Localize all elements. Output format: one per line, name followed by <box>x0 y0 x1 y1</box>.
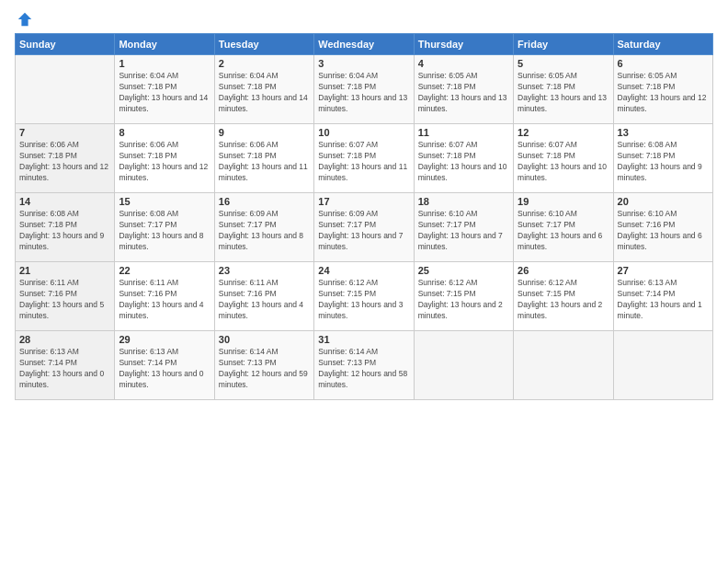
day-number: 9 <box>219 127 310 138</box>
sunset-label: Sunset: 7:18 PM <box>618 82 676 91</box>
day-number: 1 <box>119 58 210 69</box>
sunset-label: Sunset: 7:16 PM <box>219 289 277 298</box>
sunset-label: Sunset: 7:18 PM <box>19 151 77 160</box>
weekday-header-wednesday: Wednesday <box>314 34 414 55</box>
day-cell: 17 Sunrise: 6:09 AM Sunset: 7:17 PM Dayl… <box>314 193 414 262</box>
day-info: Sunrise: 6:13 AM Sunset: 7:14 PM Dayligh… <box>19 347 110 391</box>
day-number: 21 <box>19 265 110 276</box>
day-cell: 28 Sunrise: 6:13 AM Sunset: 7:14 PM Dayl… <box>16 331 115 400</box>
daylight-label: Daylight: 13 hours and 12 minutes. <box>19 162 108 182</box>
daylight-label: Daylight: 13 hours and 2 minutes. <box>518 300 602 320</box>
daylight-label: Daylight: 13 hours and 7 minutes. <box>418 231 503 251</box>
daylight-label: Daylight: 13 hours and 6 minutes. <box>518 231 602 251</box>
sunrise-label: Sunrise: 6:07 AM <box>518 140 577 149</box>
day-number: 8 <box>119 127 210 138</box>
day-number: 10 <box>318 127 409 138</box>
sunset-label: Sunset: 7:18 PM <box>618 151 676 160</box>
day-info: Sunrise: 6:06 AM Sunset: 7:18 PM Dayligh… <box>119 140 210 184</box>
day-cell: 14 Sunrise: 6:08 AM Sunset: 7:18 PM Dayl… <box>16 193 115 262</box>
day-cell: 31 Sunrise: 6:14 AM Sunset: 7:13 PM Dayl… <box>314 331 414 400</box>
daylight-label: Daylight: 13 hours and 6 minutes. <box>618 231 702 251</box>
sunset-label: Sunset: 7:17 PM <box>119 220 176 229</box>
weekday-header-tuesday: Tuesday <box>214 34 313 55</box>
sunrise-label: Sunrise: 6:05 AM <box>418 71 478 80</box>
day-info: Sunrise: 6:12 AM Sunset: 7:15 PM Dayligh… <box>518 278 609 322</box>
daylight-label: Daylight: 13 hours and 13 minutes. <box>418 93 507 113</box>
sunrise-label: Sunrise: 6:13 AM <box>119 347 178 356</box>
daylight-label: Daylight: 13 hours and 1 minute. <box>618 300 702 320</box>
sunrise-label: Sunrise: 6:12 AM <box>318 278 378 287</box>
week-row-3: 21 Sunrise: 6:11 AM Sunset: 7:16 PM Dayl… <box>16 262 713 331</box>
sunset-label: Sunset: 7:18 PM <box>418 151 476 160</box>
daylight-label: Daylight: 13 hours and 8 minutes. <box>219 231 303 251</box>
day-info: Sunrise: 6:07 AM Sunset: 7:18 PM Dayligh… <box>518 140 609 184</box>
daylight-label: Daylight: 13 hours and 4 minutes. <box>219 300 303 320</box>
sunset-label: Sunset: 7:18 PM <box>219 82 277 91</box>
sunset-label: Sunset: 7:17 PM <box>518 220 575 229</box>
sunrise-label: Sunrise: 6:11 AM <box>119 278 178 287</box>
day-cell: 22 Sunrise: 6:11 AM Sunset: 7:16 PM Dayl… <box>115 262 214 331</box>
day-number: 22 <box>119 265 210 276</box>
day-number: 12 <box>518 127 609 138</box>
day-cell: 30 Sunrise: 6:14 AM Sunset: 7:13 PM Dayl… <box>214 331 313 400</box>
day-cell: 7 Sunrise: 6:06 AM Sunset: 7:18 PM Dayli… <box>16 124 115 193</box>
day-info: Sunrise: 6:14 AM Sunset: 7:13 PM Dayligh… <box>219 347 310 391</box>
sunrise-label: Sunrise: 6:13 AM <box>19 347 79 356</box>
day-info: Sunrise: 6:09 AM Sunset: 7:17 PM Dayligh… <box>318 209 409 253</box>
daylight-label: Daylight: 13 hours and 14 minutes. <box>119 93 208 113</box>
day-cell: 23 Sunrise: 6:11 AM Sunset: 7:16 PM Dayl… <box>214 262 313 331</box>
weekday-header-row: SundayMondayTuesdayWednesdayThursdayFrid… <box>16 34 713 55</box>
day-info: Sunrise: 6:06 AM Sunset: 7:18 PM Dayligh… <box>19 140 110 184</box>
day-number: 20 <box>618 196 709 207</box>
day-cell: 4 Sunrise: 6:05 AM Sunset: 7:18 PM Dayli… <box>414 55 513 124</box>
day-info: Sunrise: 6:07 AM Sunset: 7:18 PM Dayligh… <box>318 140 409 184</box>
day-info: Sunrise: 6:04 AM Sunset: 7:18 PM Dayligh… <box>318 71 409 115</box>
day-cell: 1 Sunrise: 6:04 AM Sunset: 7:18 PM Dayli… <box>115 55 214 124</box>
sunset-label: Sunset: 7:15 PM <box>518 289 575 298</box>
day-number: 16 <box>219 196 310 207</box>
day-number: 7 <box>19 127 110 138</box>
weekday-header-monday: Monday <box>115 34 214 55</box>
sunset-label: Sunset: 7:15 PM <box>418 289 476 298</box>
daylight-label: Daylight: 13 hours and 9 minutes. <box>19 231 104 251</box>
day-number: 28 <box>19 334 110 345</box>
day-cell: 12 Sunrise: 6:07 AM Sunset: 7:18 PM Dayl… <box>514 124 613 193</box>
week-row-1: 7 Sunrise: 6:06 AM Sunset: 7:18 PM Dayli… <box>16 124 713 193</box>
day-number: 5 <box>518 58 609 69</box>
weekday-header-thursday: Thursday <box>414 34 513 55</box>
day-number: 29 <box>119 334 210 345</box>
day-number: 15 <box>119 196 210 207</box>
day-info: Sunrise: 6:12 AM Sunset: 7:15 PM Dayligh… <box>418 278 509 322</box>
sunrise-label: Sunrise: 6:05 AM <box>618 71 677 80</box>
daylight-label: Daylight: 13 hours and 0 minutes. <box>119 369 203 389</box>
sunset-label: Sunset: 7:16 PM <box>119 289 176 298</box>
day-cell: 8 Sunrise: 6:06 AM Sunset: 7:18 PM Dayli… <box>115 124 214 193</box>
sunrise-label: Sunrise: 6:04 AM <box>318 71 378 80</box>
sunrise-label: Sunrise: 6:07 AM <box>318 140 378 149</box>
sunset-label: Sunset: 7:18 PM <box>219 151 277 160</box>
sunset-label: Sunset: 7:14 PM <box>19 358 77 367</box>
sunrise-label: Sunrise: 6:06 AM <box>19 140 79 149</box>
day-info: Sunrise: 6:11 AM Sunset: 7:16 PM Dayligh… <box>219 278 310 322</box>
day-info: Sunrise: 6:12 AM Sunset: 7:15 PM Dayligh… <box>318 278 409 322</box>
day-info: Sunrise: 6:05 AM Sunset: 7:18 PM Dayligh… <box>418 71 509 115</box>
sunset-label: Sunset: 7:18 PM <box>318 82 376 91</box>
day-number: 30 <box>219 334 310 345</box>
day-number: 26 <box>518 265 609 276</box>
day-info: Sunrise: 6:11 AM Sunset: 7:16 PM Dayligh… <box>19 278 110 322</box>
day-number: 23 <box>219 265 310 276</box>
sunrise-label: Sunrise: 6:11 AM <box>219 278 279 287</box>
day-info: Sunrise: 6:08 AM Sunset: 7:18 PM Dayligh… <box>618 140 709 184</box>
header <box>15 11 713 28</box>
sunset-label: Sunset: 7:14 PM <box>119 358 176 367</box>
daylight-label: Daylight: 13 hours and 12 minutes. <box>119 162 208 182</box>
day-number: 2 <box>219 58 310 69</box>
day-cell: 15 Sunrise: 6:08 AM Sunset: 7:17 PM Dayl… <box>115 193 214 262</box>
day-info: Sunrise: 6:13 AM Sunset: 7:14 PM Dayligh… <box>618 278 709 322</box>
sunrise-label: Sunrise: 6:08 AM <box>19 209 79 218</box>
day-cell <box>613 331 712 400</box>
day-cell: 10 Sunrise: 6:07 AM Sunset: 7:18 PM Dayl… <box>314 124 414 193</box>
day-info: Sunrise: 6:08 AM Sunset: 7:18 PM Dayligh… <box>19 209 110 253</box>
day-info: Sunrise: 6:10 AM Sunset: 7:16 PM Dayligh… <box>618 209 709 253</box>
sunset-label: Sunset: 7:18 PM <box>418 82 476 91</box>
